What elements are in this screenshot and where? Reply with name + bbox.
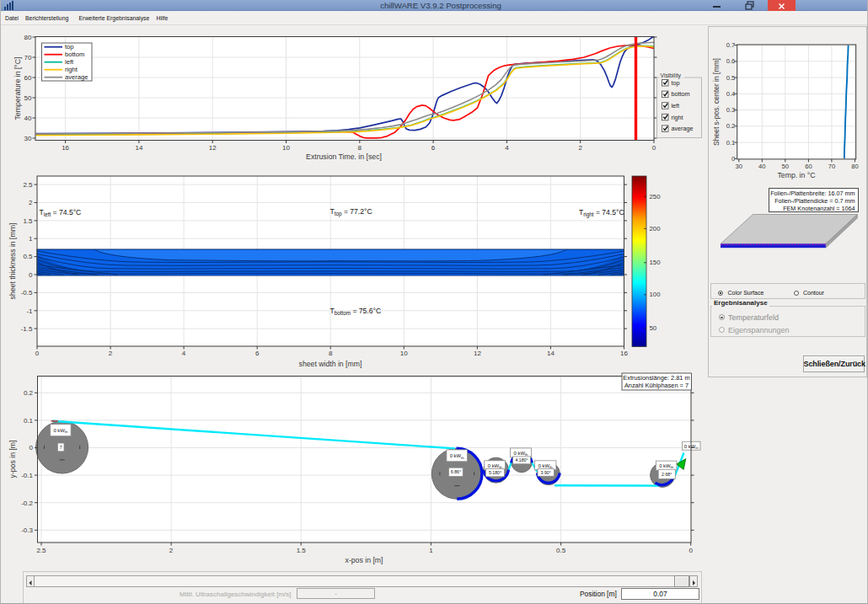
svg-text:sheet width in [mm]: sheet width in [mm] [299,360,362,368]
svg-text:average: average [65,73,88,81]
svg-text:0.5: 0.5 [23,253,33,260]
svg-text:2.5: 2.5 [23,181,33,189]
svg-text:2: 2 [29,199,33,206]
svg-text:2.5: 2.5 [36,547,46,554]
svg-text:1: 1 [29,235,33,243]
svg-text:-0.3: -0.3 [21,526,33,534]
svg-text:200: 200 [650,225,662,233]
svg-text:6: 6 [255,350,260,357]
svg-text:0.5: 0.5 [556,547,566,554]
svg-text:16: 16 [620,350,628,357]
svg-text:30: 30 [24,135,32,142]
svg-text:-1: -1 [26,307,33,315]
svg-text:1.5: 1.5 [23,217,33,225]
svg-text:Anzahl Kühlphasen = 7: Anzahl Kühlphasen = 7 [624,382,689,389]
svg-text:-0.5: -0.5 [21,289,33,297]
svg-text:1.5: 1.5 [297,547,307,554]
svg-text:4:180°: 4:180° [515,457,528,462]
svg-text:0: 0 [35,350,40,357]
svg-text:3:90°: 3:90° [541,470,551,475]
svg-text:4: 4 [182,350,186,357]
svg-text:5:180°: 5:180° [489,470,501,475]
svg-text:250: 250 [650,193,662,200]
svg-text:6:86°: 6:86° [451,469,461,474]
svg-text:0: 0 [689,547,693,554]
svg-text:top: top [65,43,74,51]
svg-text:10: 10 [400,350,408,357]
svg-text:50: 50 [24,94,32,102]
svg-text:x-pos in [m]: x-pos in [m] [346,556,383,564]
svg-text:-0.2: -0.2 [21,500,33,507]
svg-text:8: 8 [358,144,362,152]
svg-text:60: 60 [24,74,32,82]
svg-text:-1.5: -1.5 [21,325,33,333]
svg-text:right: right [672,114,683,121]
svg-text:left: left [65,58,74,66]
svg-text:16: 16 [62,144,69,152]
svg-text:0: 0 [29,444,34,452]
svg-text:150: 150 [650,259,662,266]
svg-text:2: 2 [578,144,582,152]
svg-text:80: 80 [24,34,32,41]
svg-text:y-pos in [m]: y-pos in [m] [8,441,17,478]
svg-text:6: 6 [431,144,436,152]
svg-text:10: 10 [282,144,290,152]
svg-text:Visibility: Visibility [661,72,682,79]
svg-text:Extrusion Time. in [sec]: Extrusion Time. in [sec] [306,152,382,161]
svg-text:4: 4 [505,144,509,152]
svg-text:sheet thickness in [mm]: sheet thickness in [mm] [8,223,17,300]
svg-text:2:68°: 2:68° [662,472,672,477]
svg-text:8: 8 [329,350,333,357]
svg-text:0.2: 0.2 [24,389,34,397]
svg-text:14: 14 [135,144,142,152]
svg-text:14: 14 [547,350,555,357]
svg-text:1: 1 [429,547,433,554]
svg-text:2: 2 [169,547,174,554]
svg-text:7: 7 [60,445,62,450]
svg-text:left: left [672,102,680,110]
svg-text:2: 2 [109,350,113,357]
svg-text:bottom: bottom [65,51,84,58]
svg-text:0: 0 [29,271,33,279]
svg-text:40: 40 [24,115,32,122]
svg-text:Extrusionslänge: 2.81 m: Extrusionslänge: 2.81 m [623,374,689,382]
svg-text:bottom: bottom [672,90,690,98]
svg-text:average: average [672,125,694,132]
svg-text:right: right [65,66,78,73]
svg-text:Temperature in [°C]: Temperature in [°C] [13,57,22,120]
svg-text:100: 100 [650,291,662,298]
svg-text:0.1: 0.1 [24,417,34,425]
svg-text:50: 50 [650,324,657,332]
svg-text:12: 12 [474,350,481,357]
svg-text:0: 0 [652,144,656,152]
svg-text:12: 12 [209,144,217,152]
svg-text:top: top [672,79,680,87]
svg-text:70: 70 [24,54,32,61]
svg-text:-0.1: -0.1 [21,472,33,479]
